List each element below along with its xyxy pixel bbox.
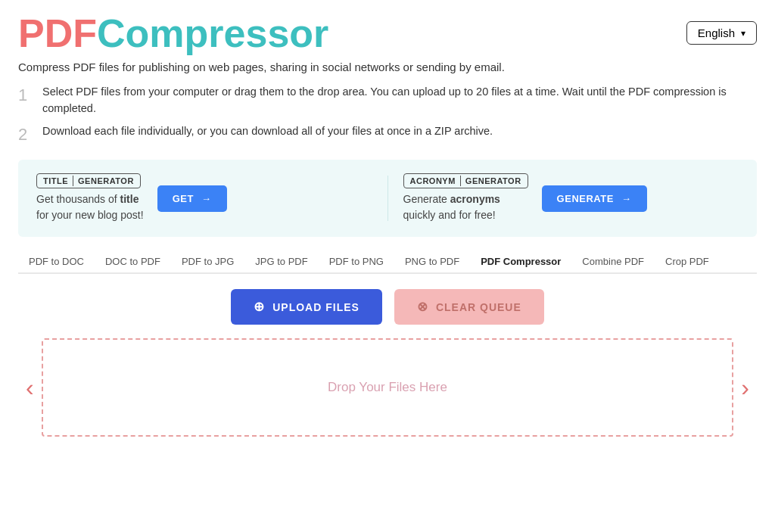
tab-pdf-to-png[interactable]: PDF to PNG [319,250,394,274]
tab-pdf-to-jpg[interactable]: PDF to JPG [171,250,244,274]
tab-crop-pdf[interactable]: Crop PDF [655,250,720,274]
ad-right-content: ACRONYM GENERATOR Generate acronymsquick… [403,173,528,223]
clear-queue-button[interactable]: ⊗ CLEAR QUEUE [394,289,544,325]
tab-pdf-compressor[interactable]: PDF Compressor [470,250,571,274]
clear-icon: ⊗ [417,299,428,315]
header: PDFCompressor English ▾ [18,14,757,53]
drop-area[interactable]: Drop Your Files Here [42,338,734,437]
prev-arrow-button[interactable]: ‹ [18,375,42,400]
ad-right-text-after: quickly and for free! [403,209,496,221]
step-1-text: Select PDF files from your computer or d… [42,84,757,117]
subtitle: Compress PDF files for publishing on web… [18,61,757,73]
tab-combine-pdf[interactable]: Combine PDF [571,250,655,274]
ad-left-content: TITLE GENERATOR Get thousands of titlefo… [36,173,144,223]
ad-right-badge: ACRONYM GENERATOR [403,173,528,188]
ad-left-text-before: Get thousands of [36,193,120,205]
upload-files-button[interactable]: ⊕ UPLOAD FILES [231,289,382,325]
ad-left-badge: TITLE GENERATOR [36,173,141,188]
badge-separator-right [460,176,461,186]
nav-tabs: PDF to DOC DOC to PDF PDF to JPG JPG to … [18,250,757,274]
logo-pdf: PDF [18,11,97,55]
ad-left-text-after: for your new blog post! [36,209,144,221]
ad-right-text-bold: acronyms [450,193,500,205]
logo: PDFCompressor [18,14,328,53]
ad-right-btn-arrow: → [621,193,632,204]
ad-right-badge-part2: GENERATOR [465,176,521,185]
drop-placeholder: Drop Your Files Here [328,380,447,395]
ad-banner: TITLE GENERATOR Get thousands of titlefo… [18,160,757,237]
tab-doc-to-pdf[interactable]: DOC to PDF [95,250,171,274]
ad-left-text: Get thousands of titlefor your new blog … [36,191,144,223]
steps-list: 1 Select PDF files from your computer or… [18,84,757,146]
upload-icon: ⊕ [254,299,265,315]
ad-left-btn-arrow: → [201,193,212,204]
step-1: 1 Select PDF files from your computer or… [18,84,757,117]
clear-label: CLEAR QUEUE [436,301,521,313]
tab-jpg-to-pdf[interactable]: JPG to PDF [244,250,318,274]
ad-left: TITLE GENERATOR Get thousands of titlefo… [36,173,372,223]
ad-right-text: Generate acronymsquickly and for free! [403,191,528,223]
ad-right-button[interactable]: GENERATE → [542,185,647,212]
ad-left-badge-part2: GENERATOR [78,176,134,185]
upload-label: UPLOAD FILES [272,301,359,313]
chevron-down-icon: ▾ [741,28,745,39]
ad-right-badge-part1: ACRONYM [410,176,456,185]
ad-right-text-before: Generate [403,193,450,205]
tab-png-to-pdf[interactable]: PNG to PDF [394,250,470,274]
ad-left-text-bold: title [120,193,139,205]
ad-left-badge-part1: TITLE [43,176,68,185]
step-2-number: 2 [18,123,32,147]
ad-right: ACRONYM GENERATOR Generate acronymsquick… [403,173,739,223]
drop-area-wrapper: ‹ Drop Your Files Here › [18,338,757,437]
badge-separator [73,176,73,186]
ad-left-button[interactable]: GET → [157,185,227,212]
ad-divider [388,176,388,221]
tab-pdf-to-doc[interactable]: PDF to DOC [18,250,95,274]
step-2: 2 Download each file individually, or yo… [18,123,757,147]
action-buttons: ⊕ UPLOAD FILES ⊗ CLEAR QUEUE [18,289,757,325]
logo-compressor: Compressor [97,11,328,55]
step-1-number: 1 [18,84,32,107]
ad-right-btn-label: GENERATE [557,193,614,204]
language-selector[interactable]: English ▾ [686,21,757,45]
next-arrow-button[interactable]: › [733,375,757,400]
ad-left-btn-label: GET [173,193,194,204]
step-2-text: Download each file individually, or you … [42,123,493,140]
language-label: English [698,26,735,39]
